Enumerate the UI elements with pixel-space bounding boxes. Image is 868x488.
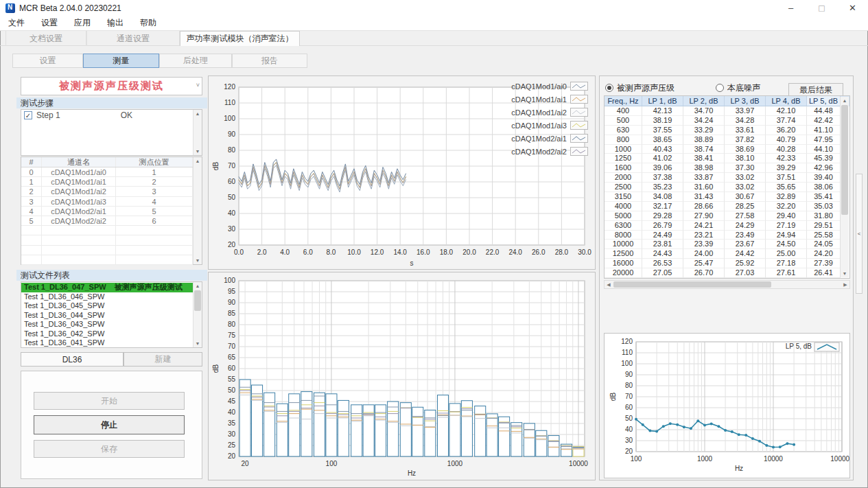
list-item[interactable]: Test 1_DL36_043_SPW [21,320,193,329]
start-button[interactable]: 开始 [34,392,185,410]
table-row[interactable]: 0cDAQ1Mod1/ai01 [21,167,193,177]
scroll-thumb[interactable] [841,105,848,215]
menu-output[interactable]: 输出 [99,17,132,29]
list-item[interactable]: Test 1_DL36_041_SPW [21,338,193,348]
radio-background-noise[interactable]: 本底噪声 [716,82,760,94]
dl36-button[interactable]: DL36 [21,352,124,367]
table-cell: 29.28 [642,211,683,221]
new-button[interactable]: 新建 [124,352,202,367]
table-row[interactable]: 160039.0638.9837.3039.2942.96 [605,163,849,173]
svg-text:55: 55 [228,375,236,383]
scroll-right-icon[interactable]: ▶ [841,281,849,288]
close-button[interactable]: ✕ [837,0,868,16]
scroll-down-icon[interactable]: ▼ [193,148,202,155]
table-header-cell[interactable]: LP 5, dB [807,96,841,106]
table-row[interactable]: 63037.5533.2933.6136.2041.10 [605,126,849,135]
scroll-thumb[interactable] [194,290,201,311]
table-row[interactable]: 1cDAQ1Mod1/ai12 [21,177,193,187]
table-header-cell: 测点位置 [116,157,193,167]
table-header-cell[interactable]: Freq., Hz [605,96,642,106]
subtab-setup[interactable]: 设置 [12,54,83,68]
table-header-cell[interactable]: LP 3, dB [725,96,766,106]
table-row[interactable]: 4cDAQ1Mod2/ai15 [21,207,193,216]
panel-collapse-splitter[interactable]: < [856,174,863,294]
table-row[interactable]: 315034.0831.4330.6732.8935.41 [605,192,849,202]
table-cell: 24.42 [725,249,766,259]
table-row[interactable]: 125041.0238.4138.1042.3345.39 [605,154,849,163]
scroll-left-icon[interactable]: ◀ [605,281,613,288]
step-checkbox[interactable]: ✓ [24,111,32,119]
table-row[interactable]: 2cDAQ1Mod1/ai23 [21,187,193,196]
steps-list[interactable]: ✓ Step 1 OK ▲ ▼ [21,109,202,156]
file-list-label: 测试文件列表 [16,270,207,281]
tab-channel-settings[interactable]: 通道设置 [86,31,180,46]
table-row[interactable]: 800024.4923.2123.4924.9425.58 [605,231,849,240]
menu-application[interactable]: 应用 [66,17,99,29]
menu-settings[interactable]: 设置 [33,17,66,29]
channel-table-scrollbar[interactable]: ▲ ▼ [193,157,202,264]
result-table[interactable]: Freq., HzLP 1, dBLP 2, dBLP 3, dBLP 4, d… [604,95,850,279]
table-header-cell[interactable]: LP 1, dB [642,96,683,106]
tab-document-settings[interactable]: 文档设置 [5,31,86,46]
table-row[interactable]: 1000023.8123.3923.6724.5024.05 [605,240,849,249]
menu-file[interactable]: 文件 [0,17,33,29]
scroll-down-icon[interactable]: ▼ [193,257,202,264]
table-row[interactable]: 1250024.4324.0024.4225.0024.20 [605,249,849,259]
step-row[interactable]: ✓ Step 1 OK [21,110,202,121]
subtab-measure[interactable]: 测量 [83,54,159,68]
radio-source-level[interactable]: 被测声源声压级 [605,82,675,94]
table-row[interactable]: 40042.1334.7033.9742.1044.48 [605,106,849,116]
table-cell: 42.42 [807,116,841,126]
scroll-up-icon[interactable]: ▲ [193,110,202,117]
legend-label: cDAQ1Mod1/ai0 [511,82,567,91]
tab-sound-power-module[interactable]: 声功率测试模块（消声室法） [180,31,300,46]
maximize-button[interactable]: ◻ [806,0,837,16]
table-row[interactable]: 100040.4338.7438.6940.2844.10 [605,145,849,154]
scroll-down-icon[interactable]: ▼ [193,340,202,347]
scroll-down-icon[interactable]: ▼ [841,270,849,277]
subtab-report[interactable]: 报告 [232,54,307,68]
minimize-button[interactable]: – [775,0,806,16]
svg-text:45: 45 [228,397,236,405]
table-cell: 24.43 [642,249,683,259]
table-row[interactable]: 200037.3833.8733.0237.5139.40 [605,173,849,183]
scroll-up-icon[interactable]: ▲ [193,282,202,290]
result-table-hscrollbar[interactable]: ◀ ▶ [604,280,850,289]
table-row[interactable]: 250035.2331.6033.0235.6538.06 [605,183,849,192]
table-row[interactable]: 500029.2827.9027.5829.4031.80 [605,211,849,221]
table-row[interactable]: 1600026.5325.4725.9227.1827.39 [605,259,849,268]
table-row[interactable]: 50038.1934.2434.2837.7442.42 [605,116,849,126]
table-row[interactable]: 80038.6538.8937.8240.7947.95 [605,135,849,145]
channel-table[interactable]: #通道名测点位置0cDAQ1Mod1/ai011cDAQ1Mod1/ai122c… [21,156,202,265]
test-type-combobox[interactable]: 被测声源声压级测试 ˅ [21,77,202,95]
table-header-cell[interactable]: LP 4, dB [766,96,807,106]
list-item[interactable]: Test 1_DL36_047_SPW被测声源声压级测试 [21,283,193,292]
list-item[interactable]: Test 1_DL36_044_SPW [21,311,193,321]
table-row[interactable]: 3cDAQ1Mod1/ai34 [21,197,193,207]
subtab-postprocess[interactable]: 后处理 [159,54,232,68]
table-row[interactable]: 400032.1728.6628.2532.2035.03 [605,202,849,211]
stop-button[interactable]: 停止 [34,415,185,434]
test-file-list[interactable]: Test 1_DL36_047_SPW被测声源声压级测试Test 1_DL36_… [21,281,202,348]
list-item[interactable]: Test 1_DL36_045_SPW [21,301,193,311]
list-item[interactable]: Test 1_DL36_046_SPW [21,292,193,302]
list-item[interactable]: Test 1_DL36_042_SPW [21,329,193,339]
table-row[interactable]: 5cDAQ1Mod2/ai26 [21,216,193,226]
table-header-cell[interactable]: LP 2, dB [683,96,725,106]
steps-scrollbar[interactable]: ▲ ▼ [193,110,202,155]
table-cell: 42.13 [642,106,683,116]
table-cell: 40.28 [766,145,807,154]
table-row[interactable]: 630026.7924.2124.2927.1929.51 [605,221,849,231]
svg-text:85: 85 [228,310,236,317]
svg-text:26.0: 26.0 [532,248,546,256]
scroll-up-icon[interactable]: ▲ [841,97,849,104]
save-button[interactable]: 保存 [34,440,185,458]
menu-help[interactable]: 帮助 [132,17,165,29]
scroll-up-icon[interactable]: ▲ [193,157,202,165]
file-list-scrollbar[interactable]: ▲ ▼ [193,282,202,347]
result-table-scrollbar[interactable]: ▲ ▼ [840,97,849,277]
table-cell: cDAQ1Mod1/ai3 [42,197,116,206]
svg-text:LP 5, dB: LP 5, dB [786,342,812,350]
scroll-thumb[interactable] [613,281,771,288]
table-row[interactable]: 2000027.0526.7027.0327.6126.41 [605,268,849,278]
